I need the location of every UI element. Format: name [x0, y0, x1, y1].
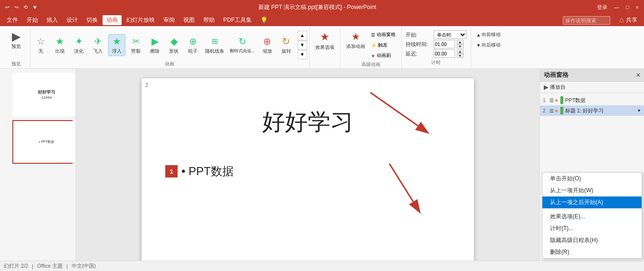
anim-none-label: 无 [38, 48, 43, 55]
ctx-menu-delete[interactable]: 删除(R) [542, 246, 642, 258]
anim-fade-btn[interactable]: ✦ 淡化 [70, 35, 87, 56]
effect-options-btn[interactable]: ★ 效果选项 [313, 30, 336, 52]
anim-btn-extra[interactable]: ★ 动画刷 [369, 51, 398, 60]
search-input[interactable] [563, 16, 610, 25]
anim-item-click-icon-1: ☰ [549, 98, 554, 103]
share-button[interactable]: △ 共享 [615, 15, 641, 25]
title-bar-right: 登录 — □ × [596, 3, 640, 12]
duration-up[interactable]: ▲ [457, 40, 464, 44]
menu-start[interactable]: 开始 [23, 15, 42, 25]
start-select[interactable]: 单击时 从上一项开始 从上一项之后开始 [434, 30, 467, 39]
effect-options-label: 效果选项 [315, 44, 334, 51]
anim-random-btn[interactable]: ≋ 随机线条 [203, 35, 226, 56]
slide-bullet[interactable]: 1 • PPT数据 [165, 164, 450, 179]
anim-zoom-btn[interactable]: ⊕ 缩放 [259, 35, 276, 56]
minimize-btn[interactable]: — [613, 3, 621, 11]
preview-button[interactable]: ▶ 预览 [7, 30, 26, 51]
duration-input[interactable] [434, 40, 455, 48]
menu-view[interactable]: 视图 [180, 15, 199, 25]
status-slide-info: 幻灯片 2/2 [4, 262, 28, 270]
ctx-menu-click-start[interactable]: 单击开始(O) [542, 173, 642, 185]
ctx-menu-with-prev[interactable]: 从上一项开始(W) [542, 185, 642, 196]
menu-transition[interactable]: 切换 [83, 15, 102, 25]
anim-pane-btn[interactable]: ☰ 动画窗格 [369, 30, 398, 39]
anim-pane-label: 动画窗格 [377, 31, 396, 38]
slide-thumb-1[interactable]: 好好学习 12494 [12, 73, 73, 116]
preview-icon: ▶ [12, 31, 20, 42]
redo-btn[interactable]: ↪ [13, 3, 20, 11]
anim-appear-btn[interactable]: ★ 出现 [51, 35, 68, 56]
anim-flip-icon: ↻ [238, 36, 246, 47]
anim-list-item-2[interactable]: 2 ☰ ★ 标题 1: 好好学习 ▼ [540, 105, 644, 116]
login-button[interactable]: 登录 [596, 3, 609, 12]
anim-none-btn[interactable]: ☆ 无 [32, 35, 49, 56]
ribbon-group-effect: ★ 效果选项 [310, 28, 341, 68]
maximize-btn[interactable]: □ [625, 3, 631, 11]
add-animation-btn[interactable]: ★ 添加动画 [344, 30, 367, 60]
menu-review[interactable]: 审阅 [160, 15, 179, 25]
ctx-menu-hide-schedule[interactable]: 隐藏高级日程表(H) [542, 234, 642, 246]
reorder-section: ▲ 向前移动 ▼ 向后移动 [471, 28, 506, 68]
trigger-btn[interactable]: ⚡ 触发 [369, 40, 398, 50]
move-forward-label: 向前移动 [482, 31, 501, 38]
anim-wheel-btn[interactable]: ⊕ 轮子 [184, 35, 201, 56]
play-button[interactable]: ▶ 播放自 [544, 84, 566, 91]
trigger-label: 触发 [378, 42, 388, 48]
anim-list: 1 ☰ ★ PPT数据 2 ☰ ★ 标题 1: 好好学习 ▼ [540, 93, 644, 172]
anim-fly-btn[interactable]: ✈ 飞入 [89, 35, 106, 56]
advanced-content: ★ 添加动画 ☰ 动画窗格 ⚡ 触发 ★ 动画刷 [344, 28, 398, 60]
duration-down[interactable]: ▼ [457, 44, 464, 48]
start-label: 开始: [406, 31, 432, 38]
close-btn[interactable]: × [635, 3, 640, 11]
anim-fade-label: 淡化 [74, 48, 84, 55]
slide-thumb-2[interactable]: • PPT数据 [12, 120, 73, 164]
anim-rotate-icon: ↻ [282, 36, 290, 47]
play-label: 播放自 [550, 84, 566, 91]
menu-slideshow[interactable]: 幻灯片放映 [123, 15, 159, 25]
anim-scroll-btns: ▲ ▼ ▼ [298, 31, 307, 59]
qa-dropdown[interactable]: ▼ [31, 3, 39, 11]
ctx-menu-effect-opts[interactable]: 效果选项(E)... [542, 211, 642, 223]
menu-file[interactable]: 文件 [3, 15, 22, 25]
menu-insert[interactable]: 插入 [43, 15, 62, 25]
delay-down[interactable]: ▼ [457, 54, 464, 58]
anim-scroll-down[interactable]: ▼ [298, 40, 307, 50]
anim-scroll-up[interactable]: ▲ [298, 31, 307, 40]
save-btn[interactable]: ⟲ [22, 3, 29, 11]
delay-input[interactable] [434, 49, 455, 58]
anim-float-btn[interactable]: ★ 浮入 [108, 34, 125, 56]
anim-wipe-btn[interactable]: ▶ 擦除 [146, 35, 163, 56]
ctx-menu-after-prev[interactable]: 从上一项之后开始(A) [542, 196, 642, 208]
anim-split-label: 劈裂 [131, 48, 141, 55]
anim-appear-label: 出现 [55, 48, 65, 55]
ctx-sep-1 [542, 209, 642, 210]
canvas-main-title[interactable]: 好好学习 [165, 107, 450, 137]
slide-item-2[interactable]: 2 ★ • PPT数据 [3, 120, 73, 164]
duration-spin: ▲ ▼ [457, 40, 464, 48]
anim-scroll-more[interactable]: ▼ [298, 50, 307, 59]
anim-wipe-label: 擦除 [150, 48, 160, 55]
anim-item-star-icon-1: ★ [554, 98, 559, 103]
anim-panel-close-btn[interactable]: × [636, 71, 640, 79]
ctx-menu-timing[interactable]: 计时(T)... [542, 223, 642, 234]
anim-split-btn[interactable]: ✂ 劈裂 [127, 35, 144, 56]
anim-extra-label: 动画刷 [377, 52, 391, 59]
menu-pdf[interactable]: PDF工具集 [219, 15, 256, 25]
delay-up[interactable]: ▲ [457, 49, 464, 54]
menu-design[interactable]: 设计 [63, 15, 82, 25]
anim-shape-btn[interactable]: ◆ 形状 [165, 35, 182, 56]
anim-random-icon: ≋ [211, 36, 219, 47]
effect-content: ★ 效果选项 [313, 28, 336, 66]
move-backward-btn[interactable]: ▼ 向后移动 [475, 41, 502, 49]
anim-list-item-1[interactable]: 1 ☰ ★ PPT数据 [540, 95, 644, 105]
anim-item-icons-2: ☰ ★ [549, 108, 559, 113]
undo-btn[interactable]: ↩ [4, 3, 11, 11]
anim-flip-btn[interactable]: ↻ 翻转式由远... [228, 35, 257, 55]
slide-item-1[interactable]: 1 ★ 好好学习 12494 [3, 73, 73, 116]
advanced-group-label: 高级动画 [361, 60, 380, 69]
anim-rotate-btn[interactable]: ↻ 旋转 [278, 35, 295, 56]
anim-item-dropdown-2[interactable]: ▼ [637, 108, 641, 113]
move-forward-btn[interactable]: ▲ 向前移动 [475, 31, 502, 38]
menu-animation[interactable]: 动画 [103, 15, 122, 25]
menu-help[interactable]: 帮助 [199, 15, 218, 25]
